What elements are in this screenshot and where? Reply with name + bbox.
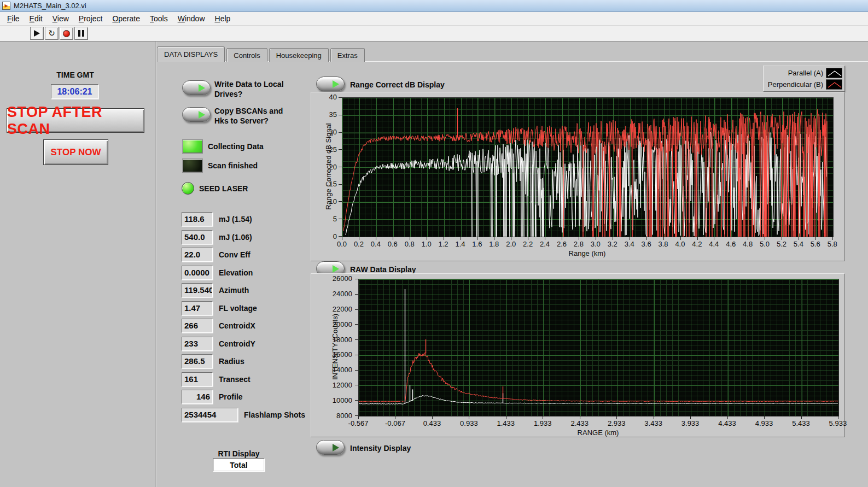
tick-label: 1.8 — [486, 240, 502, 248]
run-continuously-icon: ↻ — [48, 28, 55, 38]
indicator-row: 146Profile — [182, 390, 305, 404]
stop-now-button[interactable]: STOP NOW — [43, 139, 108, 165]
menu-view[interactable]: View — [48, 13, 74, 25]
menu-project[interactable]: Project — [74, 13, 108, 25]
menu-tools[interactable]: Tools — [145, 13, 173, 25]
intensity-display-label: Intensity Display — [350, 443, 411, 453]
tick-label: 4.433 — [715, 419, 739, 427]
indicator-row: 266CentroidX — [182, 319, 305, 333]
abort-button[interactable] — [60, 27, 73, 40]
chart2-x-axis-title: RANGE (km) — [358, 429, 838, 437]
tab-data-displays[interactable]: DATA DISPLAYS — [157, 46, 225, 62]
indicator-row: 22.0Conv Eff — [182, 248, 305, 262]
indicator-label: mJ (1.54) — [219, 215, 252, 224]
menu-window[interactable]: Window — [173, 13, 210, 25]
rti-display-label: RTI Display — [213, 449, 265, 459]
legend-row[interactable]: Perpendicular (B) — [766, 79, 842, 90]
tick-label: 0 — [333, 232, 337, 240]
legend-line-swatch — [826, 79, 842, 90]
indicator-value: 119.540 — [182, 283, 213, 297]
indicator-value: 146 — [182, 390, 213, 404]
stop-after-scan-button[interactable]: STOP AFTER SCAN — [7, 108, 144, 133]
indicator-value: 1.47 — [182, 301, 213, 315]
labview-vi-icon: ▶ — [2, 2, 10, 10]
led-scan-finished — [182, 159, 203, 173]
tick-label: 5 — [333, 215, 337, 223]
legend-row[interactable]: Parallel (A) — [766, 68, 842, 78]
panel-divider — [155, 42, 156, 487]
tab-controls[interactable]: Controls — [226, 48, 267, 62]
run-icon — [34, 30, 40, 37]
tick-label: 0.0 — [334, 240, 350, 248]
raw-data-graph — [358, 279, 839, 416]
tick-label: 5.8 — [824, 240, 841, 248]
collecting-data-label: Collecting Data — [208, 142, 264, 151]
menu-edit[interactable]: Edit — [25, 13, 48, 25]
tick-label: 2.2 — [520, 240, 536, 248]
abort-icon — [63, 30, 70, 37]
run-button[interactable] — [30, 27, 44, 40]
indicator-value: 0.0000 — [182, 266, 213, 280]
tick-label: 4.4 — [706, 240, 722, 248]
tab-extras[interactable]: Extras — [330, 48, 365, 62]
tick-label: 0.4 — [368, 240, 384, 248]
time-gmt-display: 18:06:21 — [51, 84, 98, 99]
tick-label: 0.8 — [401, 240, 418, 248]
tick-label: 3.933 — [678, 419, 702, 427]
chart2-y-labels: 2600024000220002000018000160001400012000… — [326, 274, 352, 420]
toggle-copy-bscans[interactable] — [182, 107, 211, 122]
tab-strip: DATA DISPLAYSControlsHousekeepingExtras — [157, 46, 366, 62]
chart1-y-ticks — [339, 97, 342, 237]
labview-window: ▶ M2HATS_Main_3.02.vi FileEditViewProjec… — [0, 0, 868, 487]
toggle-range-correct[interactable] — [316, 77, 345, 91]
indicator-row: 161Transect — [182, 372, 305, 386]
run-continuously-button[interactable]: ↻ — [45, 27, 59, 40]
tick-label: 26000 — [333, 274, 352, 283]
chart2-y-ticks — [355, 279, 358, 416]
pause-button[interactable] — [74, 27, 88, 40]
tick-label: 5.2 — [773, 240, 790, 248]
tick-label: 2.433 — [568, 419, 592, 427]
range-correct-label: Range Correct dB Display — [350, 80, 445, 90]
indicator-label: CentroidY — [219, 339, 255, 348]
menu-operate[interactable]: Operate — [107, 13, 145, 25]
scan-finished-label: Scan finished — [208, 161, 258, 171]
tick-label: 0.2 — [351, 240, 367, 248]
legend-label: Perpendicular (B) — [768, 80, 823, 89]
tick-label: 3.4 — [621, 240, 638, 248]
menu-help[interactable]: Help — [210, 13, 236, 25]
indicator-value: 22.0 — [182, 248, 213, 262]
indicator-row: 540.0mJ (1.06) — [182, 230, 305, 244]
tick-label: 5.933 — [826, 419, 850, 427]
indicator-label: Profile — [219, 392, 243, 401]
tab-housekeeping[interactable]: Housekeeping — [269, 48, 329, 62]
indicator-label: mJ (1.06) — [219, 233, 252, 242]
indicator-value: 540.0 — [182, 230, 213, 244]
tick-label: 1.4 — [452, 240, 468, 248]
seed-laser-label: SEED LASER — [199, 184, 248, 193]
indicator-label: Conv Eff — [219, 250, 251, 259]
tick-label: -0.067 — [383, 419, 407, 427]
indicator-label: Transect — [219, 375, 251, 384]
indicator-label: Flashlamp Shots — [244, 410, 305, 419]
indicator-label: CentroidX — [219, 321, 255, 330]
indicator-value: 161 — [182, 372, 213, 386]
rti-display-select[interactable]: Total — [213, 458, 265, 472]
tick-label: 2.8 — [570, 240, 587, 248]
chart1-x-labels: 0.00.20.40.60.81.01.21.41.61.82.02.22.42… — [334, 240, 841, 248]
title-bar[interactable]: ▶ M2HATS_Main_3.02.vi — [0, 0, 868, 12]
tick-label: 4.933 — [752, 419, 776, 427]
tick-label: 5.4 — [790, 240, 807, 248]
tick-label: 0.6 — [385, 240, 401, 248]
menu-file[interactable]: File — [2, 13, 25, 25]
indicator-row: 286.5Radius — [182, 354, 305, 368]
toggle-intensity[interactable] — [316, 440, 345, 455]
plot-legend[interactable]: Parallel (A)Perpendicular (B) — [763, 66, 845, 92]
indicator-label: Elevation — [219, 268, 253, 277]
tick-label: 1.433 — [494, 419, 518, 427]
toggle-write-data[interactable] — [182, 80, 211, 95]
tick-label: 40 — [329, 93, 337, 101]
copy-bscans-label: Copy BSCANs and Hks to Server? — [214, 106, 283, 126]
indicator-row: 1.47FL voltage — [182, 301, 305, 315]
indicator-row: 119.540Azimuth — [182, 283, 305, 297]
